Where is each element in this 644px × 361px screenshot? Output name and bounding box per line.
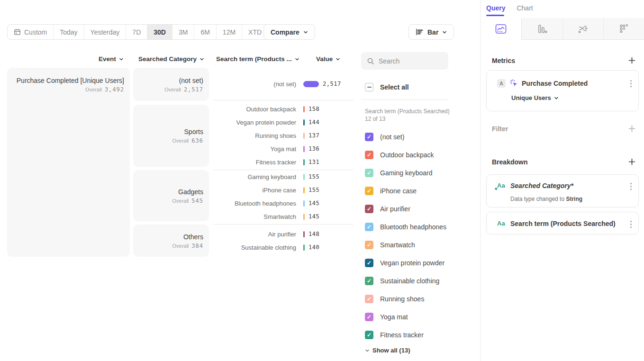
- table-row[interactable]: Bluetooth headphones 145: [213, 197, 354, 210]
- checkbox[interactable]: ✓: [365, 259, 373, 267]
- add-metric-button[interactable]: [628, 57, 635, 64]
- date-range-option[interactable]: 7D: [126, 25, 147, 39]
- column-header-searched-category[interactable]: Searched Category: [138, 55, 204, 63]
- breakdown-card-search-term[interactable]: Aa Search term (Products Searched): [486, 212, 639, 235]
- show-all-button[interactable]: Show all (13): [365, 347, 410, 354]
- chart-type-button[interactable]: Bar: [408, 24, 454, 40]
- legend-item[interactable]: ✓ Air purifier: [365, 200, 479, 218]
- tab-query[interactable]: Query: [486, 4, 505, 12]
- legend-item[interactable]: ✓ Gaming keyboard: [365, 164, 479, 182]
- table-row[interactable]: Fitness tracker 131: [213, 155, 354, 169]
- breakdown-card-searched-category[interactable]: Aa✱ Searched Category* Data type changed…: [486, 174, 639, 208]
- tab-retention[interactable]: [604, 18, 644, 40]
- column-header-value[interactable]: Value: [316, 55, 340, 63]
- table-row[interactable]: Air purifier 148: [213, 227, 354, 241]
- row-group: Gaming keyboard 155 iPhone case 155 Blue…: [213, 170, 354, 223]
- table-row[interactable]: (not set) 2,517: [213, 77, 354, 90]
- table-row[interactable]: Yoga mat 136: [213, 142, 354, 155]
- legend-item[interactable]: ✓ (not set): [365, 128, 479, 146]
- filter-heading: Filter: [492, 125, 508, 133]
- tab-chart[interactable]: Chart: [517, 4, 533, 12]
- legend-item[interactable]: ✓ Vegan protein powder: [365, 254, 479, 272]
- date-range-option[interactable]: Today: [54, 25, 84, 39]
- event-card[interactable]: Purchase Completed [Unique Users] Overal…: [7, 68, 130, 257]
- value-label: 137: [308, 132, 319, 139]
- add-filter-button[interactable]: [628, 125, 635, 132]
- checkbox[interactable]: ✓: [365, 133, 373, 141]
- table-row[interactable]: Sustainable clothing 140: [213, 241, 354, 254]
- category-card[interactable]: Gadgets Overall545: [133, 170, 209, 221]
- checkbox[interactable]: ✓: [365, 331, 373, 339]
- legend-item[interactable]: ✓ Yoga mat: [365, 308, 479, 326]
- legend-item[interactable]: ✓ Fitness tracker: [365, 326, 479, 344]
- search-input[interactable]: [379, 57, 435, 65]
- search-box[interactable]: [361, 52, 448, 70]
- table-row[interactable]: Running shoes 137: [213, 129, 354, 142]
- checkbox[interactable]: ✓: [365, 205, 373, 213]
- legend-item[interactable]: ✓ Outdoor backpack: [365, 146, 479, 164]
- value-bar: [303, 244, 305, 251]
- compare-button[interactable]: Compare: [263, 24, 315, 40]
- table-row[interactable]: Vegan protein powder 144: [213, 116, 354, 129]
- checkbox[interactable]: ✓: [365, 223, 373, 231]
- date-range-option[interactable]: 30D: [147, 25, 172, 39]
- category-card[interactable]: Sports Overall636: [133, 105, 209, 167]
- table-row[interactable]: Smartwatch 145: [213, 210, 354, 223]
- legend-item[interactable]: ✓ iPhone case: [365, 182, 479, 200]
- date-range-label: Yesterday: [91, 28, 120, 36]
- date-range-option[interactable]: Custom: [8, 25, 54, 39]
- chevron-down-icon: [303, 30, 308, 35]
- select-all-label: Select all: [380, 83, 409, 91]
- legend-item[interactable]: ✓ Sustainable clothing: [365, 272, 479, 290]
- metric-card[interactable]: A Purchase Completed Unique Users: [486, 70, 639, 111]
- check-icon: ✓: [367, 224, 372, 230]
- date-range-label: 12M: [223, 28, 236, 36]
- check-icon: ✓: [367, 278, 372, 284]
- tab-funnels[interactable]: [522, 18, 563, 40]
- value-label: 136: [308, 145, 319, 152]
- value-label: 155: [308, 173, 319, 180]
- category-label: Gadgets: [139, 188, 203, 197]
- value-label: 144: [308, 119, 319, 126]
- table-row[interactable]: iPhone case 155: [213, 183, 354, 197]
- category-card[interactable]: (not set) Overall2,517: [133, 68, 209, 101]
- legend-item-label: Yoga mat: [380, 313, 408, 321]
- check-icon: ✓: [367, 296, 372, 302]
- kebab-menu-icon[interactable]: [630, 183, 632, 190]
- legend-item[interactable]: ✓ Bluetooth headphones: [365, 218, 479, 236]
- string-type-icon: Aa: [497, 220, 505, 227]
- date-range-option[interactable]: Yesterday: [84, 25, 127, 39]
- metric-aggregation[interactable]: Unique Users: [511, 94, 559, 101]
- select-all-checkbox[interactable]: [365, 83, 373, 91]
- checkbox[interactable]: ✓: [365, 313, 373, 321]
- checkbox[interactable]: ✓: [365, 295, 373, 303]
- table-row[interactable]: Outdoor backpack 158: [213, 102, 354, 116]
- value-bar: [303, 174, 305, 180]
- value-bar: [303, 231, 305, 237]
- checkbox[interactable]: ✓: [365, 277, 373, 285]
- date-range-label: 7D: [132, 28, 141, 36]
- value-label: 145: [308, 213, 319, 220]
- checkbox[interactable]: ✓: [365, 241, 373, 249]
- select-all[interactable]: Select all: [365, 83, 409, 91]
- checkbox[interactable]: ✓: [365, 169, 373, 177]
- value-bar: [303, 187, 305, 193]
- date-range-option[interactable]: 3M: [172, 25, 194, 39]
- kebab-menu-icon[interactable]: [630, 221, 632, 228]
- column-header-event[interactable]: Event: [99, 55, 124, 63]
- table-row[interactable]: Gaming keyboard 155: [213, 170, 354, 183]
- checkbox[interactable]: ✓: [365, 187, 373, 195]
- date-range-option[interactable]: 6M: [194, 25, 216, 39]
- category-card[interactable]: Others Overall384: [133, 225, 209, 257]
- chevron-down-icon: [119, 57, 124, 62]
- legend-item[interactable]: ✓ Smartwatch: [365, 236, 479, 254]
- legend-item[interactable]: ✓ Running shoes: [365, 290, 479, 308]
- date-range-option[interactable]: 12M: [217, 25, 242, 39]
- column-header-search-term[interactable]: Search term (Products ...: [216, 55, 299, 63]
- tab-insights[interactable]: [481, 18, 522, 40]
- kebab-menu-icon[interactable]: [630, 80, 632, 87]
- checkbox[interactable]: ✓: [365, 151, 373, 159]
- tab-flows[interactable]: [563, 18, 604, 40]
- add-breakdown-button[interactable]: [628, 158, 635, 165]
- category-label: Sports: [139, 127, 203, 136]
